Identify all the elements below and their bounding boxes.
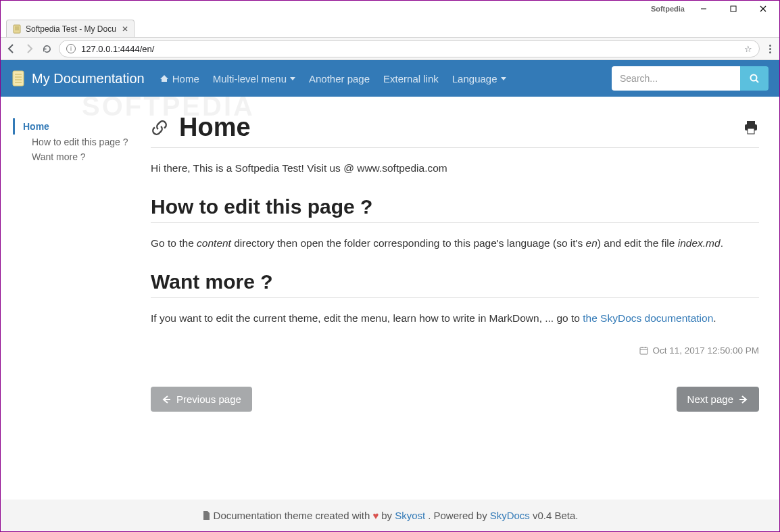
- arrow-left-icon: [162, 395, 171, 404]
- site-navbar: My Documentation Home Multi-level menu A…: [1, 60, 779, 97]
- intro-paragraph: Hi there, This is a Softpedia Test! Visi…: [151, 160, 759, 176]
- brand[interactable]: My Documentation: [11, 70, 145, 87]
- search-button[interactable]: [740, 66, 769, 91]
- svg-rect-18: [640, 347, 648, 354]
- search-form: [612, 66, 769, 91]
- brand-doc-icon: [11, 70, 25, 87]
- permalink-icon[interactable]: [151, 119, 168, 137]
- window-close-button[interactable]: [748, 1, 778, 16]
- page-title-row: Home: [151, 113, 759, 148]
- heading-want-more: Want more ?: [151, 270, 759, 298]
- page-body: Home How to edit this page ? Want more ?…: [1, 97, 779, 485]
- timestamp: Oct 11, 2017 12:50:00 PM: [151, 345, 759, 356]
- nav-external-link[interactable]: External link: [383, 73, 439, 84]
- address-bar[interactable]: i 127.0.0.1:4444/en/ ☆: [59, 40, 760, 57]
- search-input[interactable]: [612, 66, 740, 91]
- footer-skydocs-link[interactable]: SkyDocs: [490, 510, 530, 521]
- window-owner-label: Softpedia: [651, 5, 685, 13]
- tab-title: Softpedia Test - My Docu: [26, 24, 118, 34]
- window-maximize-button[interactable]: [718, 1, 748, 16]
- prev-page-button[interactable]: Previous page: [151, 387, 252, 412]
- footer: Documentation theme created with ♥ by Sk…: [1, 500, 779, 531]
- browser-tab[interactable]: Softpedia Test - My Docu ✕: [6, 20, 135, 37]
- skydocs-doc-link[interactable]: the SkyDocs documentation: [583, 312, 713, 324]
- print-icon[interactable]: [743, 120, 759, 135]
- search-icon: [749, 73, 760, 84]
- svg-line-14: [756, 80, 759, 83]
- nav-links: Home Multi-level menu Another page Exter…: [160, 73, 506, 84]
- next-page-button[interactable]: Next page: [677, 387, 759, 412]
- brand-label: My Documentation: [32, 71, 145, 87]
- sidebar-item-home[interactable]: Home: [13, 118, 143, 135]
- nav-home[interactable]: Home: [160, 73, 199, 84]
- svg-rect-17: [748, 128, 754, 134]
- arrow-right-icon: [739, 395, 748, 404]
- tab-close-icon[interactable]: ✕: [122, 24, 128, 34]
- browser-menu-button[interactable]: [766, 45, 774, 53]
- address-url: 127.0.0.1:4444/en/: [81, 44, 739, 54]
- pager: Previous page Next page: [151, 387, 759, 412]
- heading-edit: How to edit this page ?: [151, 195, 759, 223]
- svg-rect-15: [747, 121, 755, 124]
- site-info-icon[interactable]: i: [66, 44, 76, 53]
- browser-tab-row: Softpedia Test - My Docu ✕: [1, 17, 779, 37]
- svg-point-13: [751, 75, 757, 81]
- heart-icon: ♥: [372, 510, 379, 521]
- back-button[interactable]: [6, 43, 17, 54]
- calendar-icon: [639, 346, 648, 355]
- svg-rect-8: [13, 71, 24, 86]
- tab-favicon-icon: [12, 24, 22, 34]
- file-icon: [202, 510, 211, 521]
- nav-another-page[interactable]: Another page: [309, 73, 370, 84]
- browser-toolbar: i 127.0.0.1:4444/en/ ☆: [1, 37, 779, 60]
- want-more-paragraph: If you want to edit the current theme, e…: [151, 310, 759, 327]
- sidebar-sub-want-more[interactable]: Want more ?: [13, 149, 143, 164]
- forward-button[interactable]: [24, 43, 34, 54]
- sidebar-sub-edit[interactable]: How to edit this page ?: [13, 135, 143, 149]
- window-titlebar: Softpedia: [1, 1, 779, 17]
- reload-button[interactable]: [41, 43, 52, 54]
- nav-multi-level-menu[interactable]: Multi-level menu: [213, 73, 295, 84]
- content: Home Hi there, This is a Softpedia Test!…: [151, 113, 763, 485]
- home-icon: [160, 74, 169, 83]
- caret-down-icon: [501, 77, 506, 80]
- svg-rect-4: [14, 25, 20, 33]
- sidebar: Home How to edit this page ? Want more ?: [1, 113, 151, 485]
- footer-author-link[interactable]: Skyost: [395, 510, 425, 521]
- window-minimize-button[interactable]: [689, 1, 718, 16]
- edit-paragraph: Go to the content directory then open th…: [151, 235, 759, 251]
- svg-rect-1: [731, 6, 736, 11]
- page-title: Home: [179, 113, 251, 142]
- bookmark-star-icon[interactable]: ☆: [744, 44, 752, 54]
- nav-language[interactable]: Language: [452, 73, 506, 84]
- caret-down-icon: [290, 77, 295, 80]
